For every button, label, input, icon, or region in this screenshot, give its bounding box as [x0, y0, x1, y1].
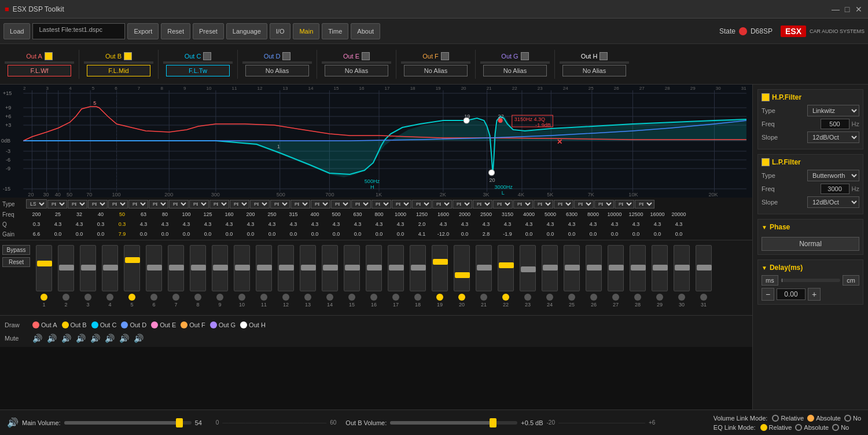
- fader-reset-button[interactable]: Reset: [2, 257, 30, 267]
- channel-c-checkbox[interactable]: [203, 52, 211, 60]
- fader-dot-11[interactable]: [260, 294, 267, 301]
- mute-a[interactable]: 🔊: [32, 334, 42, 343]
- channel-f-checkbox[interactable]: [441, 52, 449, 60]
- draw-dot-d[interactable]: [121, 321, 128, 328]
- fader-track-11[interactable]: [256, 245, 272, 291]
- channel-h-name-btn[interactable]: No Alias: [562, 65, 626, 76]
- draw-dot-g[interactable]: [210, 321, 217, 328]
- fader-track-25[interactable]: [564, 245, 580, 291]
- volume-link-relative-radio[interactable]: [772, 415, 779, 422]
- fader-track-21[interactable]: [476, 245, 492, 291]
- band26-type[interactable]: PE: [534, 200, 553, 209]
- fader-dot-16[interactable]: [370, 294, 377, 301]
- export-button[interactable]: Export: [127, 23, 159, 39]
- band5-type[interactable]: PE: [108, 200, 128, 209]
- fader-dot-4[interactable]: [106, 294, 113, 301]
- band3-type[interactable]: PE: [68, 200, 87, 209]
- band18-type[interactable]: PE: [372, 200, 391, 209]
- band7-type[interactable]: PE: [149, 200, 168, 209]
- channel-b-name-btn[interactable]: F.L.Mid: [87, 65, 150, 76]
- fader-dot-21[interactable]: [480, 294, 487, 301]
- fader-track-17[interactable]: [388, 245, 404, 291]
- fader-dot-23[interactable]: [524, 294, 531, 301]
- band29-type[interactable]: PE: [594, 200, 614, 209]
- band2-type[interactable]: PE: [47, 200, 67, 209]
- fader-track-8[interactable]: [190, 245, 206, 291]
- fader-track-16[interactable]: [366, 245, 382, 291]
- lp-slope-select[interactable]: 12dB/Oct 24dB/Oct: [807, 196, 859, 208]
- fader-track-20[interactable]: [454, 245, 470, 291]
- fader-dot-2[interactable]: [62, 294, 69, 301]
- delay-ms-button[interactable]: ms: [762, 275, 778, 286]
- fader-track-13[interactable]: [300, 245, 316, 291]
- fader-dot-10[interactable]: [238, 294, 245, 301]
- channel-h-checkbox[interactable]: [599, 52, 608, 60]
- hp-freq-value[interactable]: 500: [821, 119, 849, 129]
- close-button[interactable]: ✕: [854, 5, 863, 14]
- hp-slope-select[interactable]: 12dB/Oct 24dB/Oct: [807, 131, 859, 143]
- band12-type[interactable]: PE: [250, 200, 270, 209]
- lp-filter-enable[interactable]: [762, 158, 770, 166]
- fader-track-4[interactable]: [102, 245, 118, 291]
- band9-type[interactable]: PE: [189, 200, 209, 209]
- channel-c-name-btn[interactable]: F.L.Tw: [166, 65, 230, 76]
- band10-type[interactable]: PE: [209, 200, 229, 209]
- band8-type[interactable]: PE: [169, 200, 189, 209]
- fader-track-9[interactable]: [212, 245, 228, 291]
- draw-dot-a[interactable]: [32, 321, 39, 328]
- channel-a-checkbox[interactable]: [45, 52, 53, 60]
- fader-track-24[interactable]: [542, 245, 558, 291]
- eq-link-no-radio[interactable]: [832, 424, 839, 431]
- band1-type[interactable]: LS: [26, 199, 47, 209]
- fader-track-29[interactable]: [652, 245, 668, 291]
- fader-track-18[interactable]: [410, 245, 426, 291]
- fader-track-14[interactable]: [322, 245, 338, 291]
- fader-dot-3[interactable]: [84, 294, 91, 301]
- fader-track-2[interactable]: [58, 245, 74, 291]
- eq-link-relative-radio[interactable]: [760, 424, 767, 431]
- fader-dot-5[interactable]: [128, 294, 135, 301]
- fader-dot-18[interactable]: [414, 294, 421, 301]
- draw-dot-c[interactable]: [91, 321, 98, 328]
- channel-f-name-btn[interactable]: No Alias: [404, 65, 468, 76]
- fader-dot-27[interactable]: [612, 294, 619, 301]
- delay-cm-button[interactable]: cm: [843, 275, 859, 286]
- mute-e[interactable]: 🔊: [90, 334, 100, 343]
- fader-track-30[interactable]: [674, 245, 690, 291]
- channel-g-name-btn[interactable]: No Alias: [483, 65, 547, 76]
- lp-freq-value[interactable]: 3000: [821, 184, 849, 194]
- band30-type[interactable]: PE: [615, 200, 634, 209]
- fader-track-27[interactable]: [608, 245, 624, 291]
- channel-e-checkbox[interactable]: [362, 52, 370, 60]
- draw-dot-e[interactable]: [151, 321, 158, 328]
- fader-dot-1[interactable]: [41, 294, 47, 301]
- draw-dot-f[interactable]: [181, 321, 187, 328]
- hp-type-select[interactable]: Linkwitz Butterworth Bessel: [807, 105, 859, 116]
- fader-track-15[interactable]: [344, 245, 360, 291]
- fader-dot-17[interactable]: [392, 294, 399, 301]
- fader-track-19[interactable]: [432, 245, 448, 291]
- fader-dot-22[interactable]: [502, 294, 509, 301]
- band16-type[interactable]: PE: [331, 200, 351, 209]
- fader-dot-20[interactable]: [458, 294, 465, 301]
- volume-link-no-radio[interactable]: [844, 415, 851, 422]
- fader-dot-26[interactable]: [590, 294, 597, 301]
- delay-slider[interactable]: [781, 279, 841, 282]
- band13-type[interactable]: PE: [270, 200, 290, 209]
- hp-filter-enable[interactable]: [762, 93, 770, 101]
- band31-type[interactable]: PE: [635, 200, 654, 209]
- volume-link-absolute-radio[interactable]: [807, 415, 814, 422]
- fader-dot-30[interactable]: [678, 294, 685, 301]
- main-button[interactable]: Main: [293, 23, 319, 39]
- band20-type[interactable]: PE: [412, 200, 432, 209]
- fader-track-3[interactable]: [80, 245, 96, 291]
- fader-dot-24[interactable]: [546, 294, 553, 301]
- fader-dot-8[interactable]: [194, 294, 201, 301]
- fader-track-5[interactable]: [124, 245, 140, 291]
- band15-type[interactable]: PE: [311, 200, 330, 209]
- channel-e-name-btn[interactable]: No Alias: [325, 65, 388, 76]
- fader-dot-14[interactable]: [326, 294, 333, 301]
- band11-type[interactable]: PE: [230, 200, 249, 209]
- fader-dot-13[interactable]: [304, 294, 311, 301]
- language-button[interactable]: Language: [226, 23, 267, 39]
